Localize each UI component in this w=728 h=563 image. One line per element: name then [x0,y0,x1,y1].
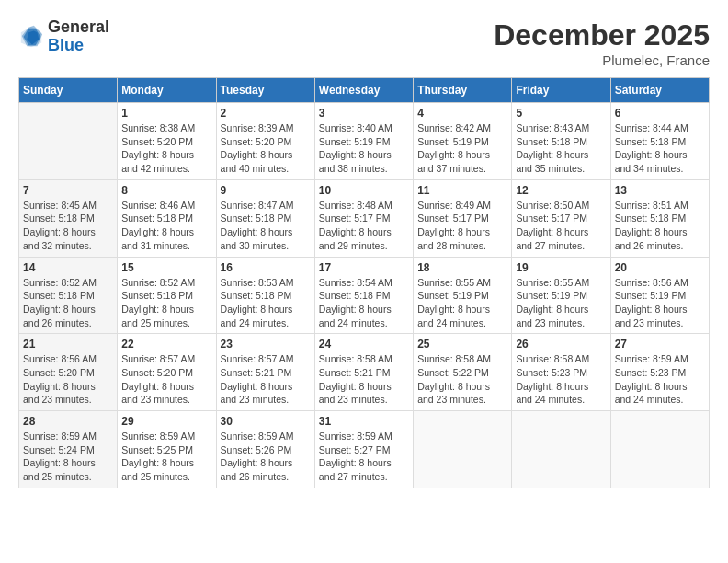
calendar-cell [414,411,512,488]
week-row-5: 28Sunrise: 8:59 AM Sunset: 5:24 PM Dayli… [19,411,710,488]
calendar-cell: 10Sunrise: 8:48 AM Sunset: 5:17 PM Dayli… [314,179,413,257]
calendar-cell: 1Sunrise: 8:38 AM Sunset: 5:20 PM Daylig… [118,103,216,180]
column-header-friday: Friday [512,78,610,103]
calendar-cell: 30Sunrise: 8:59 AM Sunset: 5:26 PM Dayli… [216,411,314,488]
calendar-cell: 27Sunrise: 8:59 AM Sunset: 5:23 PM Dayli… [610,334,709,411]
calendar-cell: 28Sunrise: 8:59 AM Sunset: 5:24 PM Dayli… [19,411,118,488]
day-number: 1 [121,107,211,120]
day-number: 24 [319,338,409,350]
calendar-cell: 15Sunrise: 8:52 AM Sunset: 5:18 PM Dayli… [118,257,216,334]
column-header-tuesday: Tuesday [216,78,314,103]
day-info: Sunrise: 8:47 AM Sunset: 5:18 PM Dayligh… [221,199,311,253]
calendar-cell: 9Sunrise: 8:47 AM Sunset: 5:18 PM Daylig… [216,179,314,257]
day-info: Sunrise: 8:49 AM Sunset: 5:17 PM Dayligh… [417,199,507,253]
day-number: 17 [319,261,409,274]
calendar-cell: 4Sunrise: 8:42 AM Sunset: 5:19 PM Daylig… [414,103,512,180]
location: Plumelec, France [494,52,710,68]
day-info: Sunrise: 8:43 AM Sunset: 5:18 PM Dayligh… [516,121,606,176]
calendar-cell: 7Sunrise: 8:45 AM Sunset: 5:18 PM Daylig… [19,179,118,257]
day-number: 25 [417,338,507,350]
day-number: 21 [23,338,113,350]
day-info: Sunrise: 8:46 AM Sunset: 5:18 PM Dayligh… [121,199,211,253]
week-row-2: 7Sunrise: 8:45 AM Sunset: 5:18 PM Daylig… [19,179,710,257]
day-number: 4 [417,107,507,120]
logo: General Blue [18,18,109,55]
day-number: 28 [23,415,113,428]
day-info: Sunrise: 8:56 AM Sunset: 5:20 PM Dayligh… [23,352,113,407]
day-info: Sunrise: 8:51 AM Sunset: 5:18 PM Dayligh… [615,199,705,253]
title-block: December 2025 Plumelec, France [494,18,710,68]
calendar-cell: 6Sunrise: 8:44 AM Sunset: 5:18 PM Daylig… [610,103,709,180]
day-number: 10 [319,184,409,197]
day-info: Sunrise: 8:56 AM Sunset: 5:19 PM Dayligh… [615,276,705,330]
day-number: 31 [319,415,409,428]
calendar-cell: 20Sunrise: 8:56 AM Sunset: 5:19 PM Dayli… [610,257,709,334]
calendar-cell [19,103,118,180]
calendar-cell: 3Sunrise: 8:40 AM Sunset: 5:19 PM Daylig… [314,103,413,180]
column-header-sunday: Sunday [19,78,118,103]
calendar-cell: 31Sunrise: 8:59 AM Sunset: 5:27 PM Dayli… [314,411,413,488]
day-number: 18 [417,261,507,274]
day-number: 16 [221,261,311,274]
calendar-cell: 24Sunrise: 8:58 AM Sunset: 5:21 PM Dayli… [314,334,413,411]
day-number: 6 [615,107,705,120]
day-info: Sunrise: 8:58 AM Sunset: 5:22 PM Dayligh… [417,352,507,407]
day-number: 3 [319,107,409,120]
calendar-header-row: SundayMondayTuesdayWednesdayThursdayFrid… [19,78,710,103]
calendar-cell: 2Sunrise: 8:39 AM Sunset: 5:20 PM Daylig… [216,103,314,180]
day-number: 27 [615,338,705,350]
day-number: 23 [221,338,311,350]
day-info: Sunrise: 8:52 AM Sunset: 5:18 PM Dayligh… [121,276,211,330]
calendar-cell: 19Sunrise: 8:55 AM Sunset: 5:19 PM Dayli… [512,257,610,334]
day-number: 15 [121,261,211,274]
day-number: 20 [615,261,705,274]
day-info: Sunrise: 8:57 AM Sunset: 5:21 PM Dayligh… [221,352,311,407]
calendar-cell: 18Sunrise: 8:55 AM Sunset: 5:19 PM Dayli… [414,257,512,334]
day-info: Sunrise: 8:45 AM Sunset: 5:18 PM Dayligh… [23,199,113,253]
day-number: 19 [516,261,606,274]
day-number: 14 [23,261,113,274]
day-number: 11 [417,184,507,197]
day-info: Sunrise: 8:44 AM Sunset: 5:18 PM Dayligh… [615,121,705,176]
column-header-monday: Monday [118,78,216,103]
logo-icon [18,24,44,50]
week-row-1: 1Sunrise: 8:38 AM Sunset: 5:20 PM Daylig… [19,103,710,180]
day-info: Sunrise: 8:55 AM Sunset: 5:19 PM Dayligh… [417,276,507,330]
day-info: Sunrise: 8:42 AM Sunset: 5:19 PM Dayligh… [417,121,507,176]
day-number: 5 [516,107,606,120]
day-number: 30 [221,415,311,428]
calendar-cell: 16Sunrise: 8:53 AM Sunset: 5:18 PM Dayli… [216,257,314,334]
day-info: Sunrise: 8:59 AM Sunset: 5:24 PM Dayligh… [23,430,113,484]
column-header-thursday: Thursday [414,78,512,103]
day-info: Sunrise: 8:55 AM Sunset: 5:19 PM Dayligh… [516,276,606,330]
day-number: 26 [516,338,606,350]
day-info: Sunrise: 8:57 AM Sunset: 5:20 PM Dayligh… [121,352,211,407]
calendar-cell: 17Sunrise: 8:54 AM Sunset: 5:18 PM Dayli… [314,257,413,334]
day-info: Sunrise: 8:48 AM Sunset: 5:17 PM Dayligh… [319,199,409,253]
day-number: 9 [221,184,311,197]
day-info: Sunrise: 8:59 AM Sunset: 5:26 PM Dayligh… [221,430,311,484]
month-title: December 2025 [494,18,710,52]
day-info: Sunrise: 8:38 AM Sunset: 5:20 PM Dayligh… [121,121,211,176]
week-row-4: 21Sunrise: 8:56 AM Sunset: 5:20 PM Dayli… [19,334,710,411]
logo-text: General Blue [48,18,109,55]
calendar-cell [512,411,610,488]
day-number: 7 [23,184,113,197]
day-number: 8 [121,184,211,197]
calendar-cell: 5Sunrise: 8:43 AM Sunset: 5:18 PM Daylig… [512,103,610,180]
calendar-cell: 29Sunrise: 8:59 AM Sunset: 5:25 PM Dayli… [118,411,216,488]
column-header-saturday: Saturday [610,78,709,103]
calendar-cell: 23Sunrise: 8:57 AM Sunset: 5:21 PM Dayli… [216,334,314,411]
calendar-table: SundayMondayTuesdayWednesdayThursdayFrid… [18,77,710,488]
day-info: Sunrise: 8:50 AM Sunset: 5:17 PM Dayligh… [516,199,606,253]
day-number: 29 [121,415,211,428]
day-number: 2 [221,107,311,120]
day-info: Sunrise: 8:59 AM Sunset: 5:25 PM Dayligh… [121,430,211,484]
week-row-3: 14Sunrise: 8:52 AM Sunset: 5:18 PM Dayli… [19,257,710,334]
day-info: Sunrise: 8:52 AM Sunset: 5:18 PM Dayligh… [23,276,113,330]
day-number: 12 [516,184,606,197]
day-info: Sunrise: 8:59 AM Sunset: 5:27 PM Dayligh… [319,430,409,484]
calendar-cell: 8Sunrise: 8:46 AM Sunset: 5:18 PM Daylig… [118,179,216,257]
day-info: Sunrise: 8:59 AM Sunset: 5:23 PM Dayligh… [615,352,705,407]
day-number: 22 [121,338,211,350]
